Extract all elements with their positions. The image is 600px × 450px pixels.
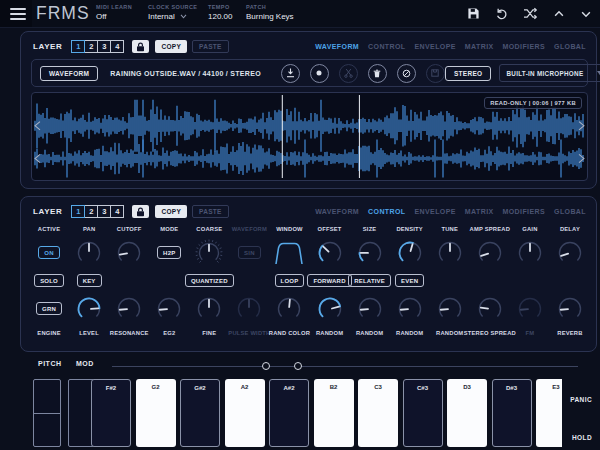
layer-select-4[interactable]: 4 (110, 40, 124, 53)
key-f-2[interactable]: F#2 (91, 379, 131, 447)
record-button[interactable] (310, 64, 329, 83)
eg2-knob[interactable] (156, 296, 182, 322)
tab-global[interactable]: GLOBAL (554, 43, 586, 50)
h2p-button[interactable]: H2P (157, 246, 181, 259)
tab-envelope[interactable]: ENVELOPE (415, 208, 456, 215)
tab-matrix[interactable]: MATRIX (465, 208, 494, 215)
layer-select-2[interactable]: 2 (84, 205, 98, 218)
tab-modifiers[interactable]: MODIFIERS (503, 208, 546, 215)
key-a-2[interactable]: A#2 (269, 379, 309, 447)
paste-button[interactable]: PASTE (192, 205, 229, 218)
quantized-button[interactable]: QUANTIZED (185, 274, 234, 287)
label-coarse: COARSE (196, 223, 222, 234)
key-a2[interactable]: A2 (225, 379, 265, 447)
lock-button[interactable] (132, 40, 149, 53)
stereo-mode-button[interactable]: STEREO (445, 66, 492, 81)
level-knob[interactable] (76, 296, 102, 322)
control-column-cutoff: CUTOFFRESONANCE (109, 223, 149, 338)
forward-button[interactable]: FORWARD (307, 274, 351, 287)
trash-button[interactable] (368, 64, 387, 83)
layer-select-3[interactable]: 3 (97, 205, 111, 218)
tab-waveform[interactable]: WAVEFORM (315, 208, 359, 215)
loop-button[interactable]: LOOP (275, 274, 305, 287)
offset-knob[interactable] (317, 240, 343, 266)
undo-button[interactable] (495, 7, 508, 20)
header-field-clock-source[interactable]: CLOCK SOURCEInternal (148, 4, 197, 21)
control-column-active: ACTIVEONSOLOGRNENGINE (29, 223, 69, 338)
rand-color-knob[interactable] (276, 296, 302, 322)
tab-matrix[interactable]: MATRIX (465, 43, 494, 50)
layer-select-2[interactable]: 2 (84, 40, 98, 53)
tab-waveform[interactable]: WAVEFORM (315, 43, 359, 50)
layer-select-1[interactable]: 1 (71, 40, 85, 53)
menu-button[interactable] (0, 0, 32, 27)
keyboard-range-slider[interactable] (112, 366, 578, 367)
coarse-knob[interactable] (194, 238, 224, 268)
range-handle-start[interactable] (262, 362, 270, 370)
header-field-value: Internal (148, 12, 197, 21)
load-sample-button[interactable] (281, 64, 300, 83)
layer-select-1[interactable]: 1 (71, 205, 85, 218)
pitch-wheel[interactable] (33, 379, 61, 447)
random-knob[interactable] (397, 296, 423, 322)
fine-knob[interactable] (196, 296, 222, 322)
on-button[interactable]: ON (38, 246, 59, 259)
layer-select-4[interactable]: 4 (110, 205, 124, 218)
random-knob[interactable] (317, 296, 343, 322)
random-knob[interactable] (357, 296, 383, 322)
lock-button[interactable] (132, 205, 149, 218)
layer-selector: 1234 (72, 40, 124, 53)
hamburger-icon (10, 8, 26, 10)
reverb-knob[interactable] (557, 296, 583, 322)
cut-button (339, 64, 358, 83)
key-c-3[interactable]: C#3 (403, 379, 443, 447)
copy-button[interactable]: COPY (155, 205, 187, 218)
range-handle-end[interactable] (294, 362, 302, 370)
hold-button[interactable]: HOLD (572, 434, 592, 441)
pan-knob[interactable] (76, 240, 102, 266)
patch-down-button[interactable] (580, 8, 592, 20)
layer-select-3[interactable]: 3 (97, 40, 111, 53)
label-rand-color: RAND COLOR (269, 327, 310, 338)
key-e3[interactable]: E3 (536, 379, 562, 447)
lock-icon (136, 42, 145, 52)
density-knob[interactable] (397, 240, 423, 266)
waveform-display[interactable]: READ-ONLY | 00:06 | 977 KB (31, 92, 588, 181)
delay-knob[interactable] (557, 240, 583, 266)
normalize-button[interactable] (397, 64, 416, 83)
label-pan: PAN (83, 223, 95, 234)
tab-control[interactable]: CONTROL (368, 43, 405, 50)
panic-button[interactable]: PANIC (570, 396, 592, 403)
key-button[interactable]: KEY (77, 274, 102, 287)
tab-global[interactable]: GLOBAL (554, 208, 586, 215)
grn-button[interactable]: GRN (36, 302, 62, 315)
key-d3[interactable]: D3 (447, 379, 487, 447)
key-d-3[interactable]: D#3 (492, 379, 532, 447)
amp-spread-knob[interactable] (477, 240, 503, 266)
even-button[interactable]: EVEN (395, 274, 424, 287)
tab-modifiers[interactable]: MODIFIERS (503, 43, 546, 50)
copy-button[interactable]: COPY (155, 40, 187, 53)
input-device-select[interactable]: BUILT-IN MICROPHONE (499, 64, 600, 82)
key-g2[interactable]: G2 (136, 379, 176, 447)
resonance-knob[interactable] (116, 296, 142, 322)
key-c3[interactable]: C3 (358, 379, 398, 447)
tab-envelope[interactable]: ENVELOPE (415, 43, 456, 50)
sample-tool-buttons (281, 64, 445, 83)
patch-up-button[interactable] (553, 8, 565, 20)
gain-knob[interactable] (517, 240, 543, 266)
random-knob[interactable] (437, 296, 463, 322)
relative-button[interactable]: RELATIVE (348, 274, 391, 287)
stereo-spread-knob[interactable] (477, 296, 503, 322)
tune-knob[interactable] (437, 240, 463, 266)
solo-button[interactable]: SOLO (34, 274, 64, 287)
waveform-menu-button[interactable]: WAVEFORM (40, 66, 98, 81)
tab-control[interactable]: CONTROL (368, 208, 405, 215)
randomize-button[interactable] (523, 7, 538, 20)
cutoff-knob[interactable] (116, 240, 142, 266)
size-knob[interactable] (357, 240, 383, 266)
paste-button[interactable]: PASTE (192, 40, 229, 53)
key-b2[interactable]: B2 (314, 379, 354, 447)
key-g-2[interactable]: G#2 (180, 379, 220, 447)
save-button[interactable] (467, 7, 480, 20)
